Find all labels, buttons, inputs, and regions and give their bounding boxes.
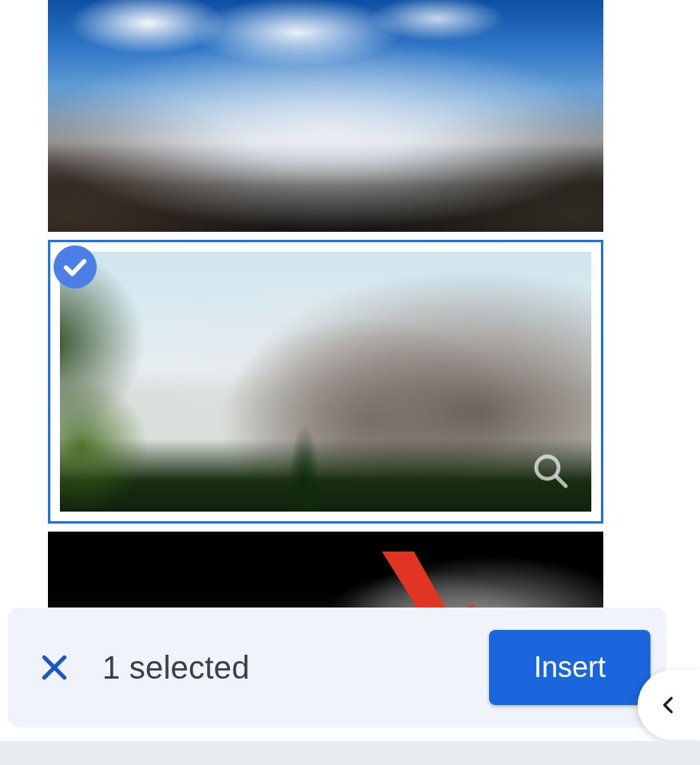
close-button[interactable] xyxy=(35,648,74,687)
chevron-left-icon xyxy=(658,695,679,715)
back-button[interactable] xyxy=(638,670,700,740)
bottom-edge xyxy=(0,741,700,765)
insert-button[interactable]: Insert xyxy=(489,630,650,705)
check-icon xyxy=(54,245,97,289)
svg-line-1 xyxy=(556,476,566,486)
image-thumbnail xyxy=(60,252,591,512)
selection-action-bar: 1 selected Insert xyxy=(8,608,666,727)
magnify-icon[interactable] xyxy=(531,451,569,489)
image-result-selected[interactable] xyxy=(48,240,603,524)
image-results-gallery xyxy=(48,0,603,628)
close-icon xyxy=(39,652,70,683)
selected-count-label: 1 selected xyxy=(102,650,489,686)
image-result[interactable] xyxy=(48,0,603,232)
